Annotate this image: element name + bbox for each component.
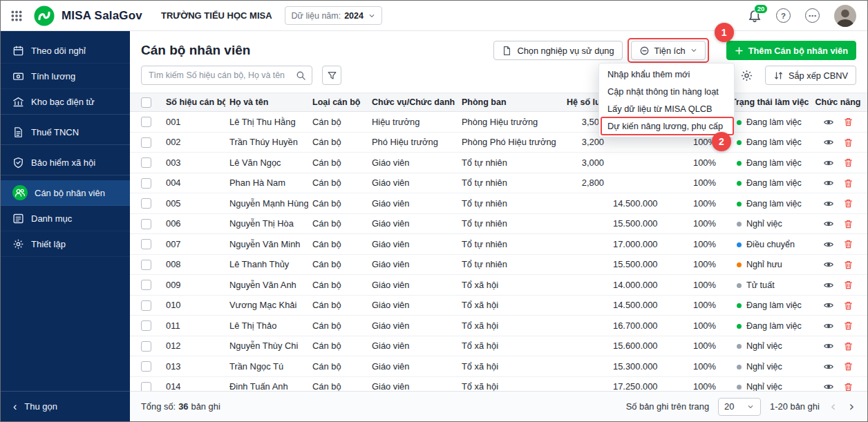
utilities-menu-item[interactable]: Nhập khẩu thêm mới (599, 66, 734, 83)
cell-type: Cán bộ (308, 356, 368, 377)
row-checkbox[interactable] (141, 382, 151, 391)
view-row-button[interactable] (823, 239, 834, 250)
sort-button[interactable]: Sắp xếp CBNV (765, 66, 856, 85)
sidebar-item[interactable]: Tính lương (1, 64, 130, 89)
column-header[interactable]: Phòng ban (457, 93, 563, 112)
money-icon (12, 70, 24, 82)
delete-row-button[interactable] (843, 341, 853, 352)
search-input[interactable] (141, 66, 312, 85)
view-row-button[interactable] (823, 341, 834, 352)
notifications-button[interactable]: 20 (748, 9, 762, 23)
delete-row-button[interactable] (843, 280, 853, 290)
page-size-select[interactable]: 20 (718, 398, 761, 416)
more-button[interactable]: ⋯ (805, 8, 820, 23)
status-dot-icon (737, 283, 742, 288)
page-title: Cán bộ nhân viên (141, 43, 250, 58)
cell-name: Trần Thúy Huyền (225, 132, 308, 153)
row-checkbox[interactable] (141, 300, 151, 311)
utilities-menu-item[interactable]: Cập nhật thông tin hàng loạt (599, 83, 734, 100)
delete-row-button[interactable] (843, 198, 853, 209)
view-row-button[interactable] (823, 361, 834, 372)
view-row-button[interactable] (823, 137, 834, 148)
column-header[interactable]: Chức vụ/Chức danh (368, 93, 457, 112)
cell-type: Cán bộ (308, 316, 368, 336)
row-checkbox[interactable] (141, 341, 151, 352)
treasury-icon (12, 96, 24, 108)
utilities-menu-item[interactable]: Dự kiến nâng lương, phụ cấp (599, 117, 734, 135)
delete-row-button[interactable] (843, 219, 853, 229)
view-row-button[interactable] (823, 280, 834, 291)
delete-row-button[interactable] (843, 117, 853, 127)
next-page-button[interactable]: › (847, 400, 856, 413)
row-checkbox[interactable] (141, 178, 151, 189)
sidebar-item[interactable]: Cán bộ nhân viên (1, 180, 130, 206)
cell-status: Đang làm việc (726, 132, 809, 153)
column-header[interactable]: Chức năng (809, 93, 867, 112)
table-settings-button[interactable] (740, 69, 753, 82)
topbar: MISA SalaGov TRƯỜNG TIỂU HỌC MISA Dữ liệ… (1, 1, 867, 31)
select-all-checkbox[interactable] (141, 97, 151, 108)
view-row-button[interactable] (823, 178, 834, 189)
row-checkbox[interactable] (141, 320, 151, 331)
row-checkbox[interactable] (141, 157, 151, 168)
cell-position: Giáo viên (368, 213, 457, 234)
add-employee-label: Thêm Cán bộ nhân viên (748, 46, 848, 56)
avatar[interactable] (834, 5, 856, 27)
add-employee-button[interactable]: Thêm Cán bộ nhân viên (726, 41, 856, 60)
app-grid-icon[interactable] (10, 10, 23, 22)
delete-row-button[interactable] (843, 137, 853, 148)
delete-row-button[interactable] (843, 239, 853, 249)
sidebar-item[interactable]: Bảo hiểm xã hội (1, 150, 130, 175)
cell-coefficient (563, 316, 609, 336)
sidebar-item[interactable]: Theo dõi nghỉ (1, 38, 130, 64)
cell-actions (809, 153, 867, 173)
delete-row-button[interactable] (843, 260, 853, 270)
delete-row-button[interactable] (843, 157, 853, 168)
status-dot-icon (737, 181, 742, 186)
row-checkbox[interactable] (141, 137, 151, 148)
view-row-button[interactable] (823, 117, 834, 128)
row-checkbox[interactable] (141, 117, 151, 127)
sidebar-item-label: Bảo hiểm xã hội (31, 157, 95, 168)
view-row-button[interactable] (823, 300, 834, 311)
sidebar-collapse-button[interactable]: ‹ Thu gọn (1, 391, 130, 421)
view-row-button[interactable] (823, 381, 834, 391)
sidebar-item[interactable]: Thiết lập (1, 231, 130, 257)
delete-row-button[interactable] (843, 320, 853, 331)
prev-page-button[interactable]: ‹ (829, 400, 838, 413)
delete-row-button[interactable] (843, 361, 853, 372)
row-checkbox[interactable] (141, 219, 151, 229)
choose-business-button[interactable]: Chọn nghiệp vụ sử dụng (493, 41, 622, 60)
status-dot-icon (737, 120, 742, 125)
utilities-button[interactable]: Tiện ích (631, 41, 706, 60)
view-row-button[interactable] (823, 218, 834, 229)
sidebar-item[interactable]: Kho bạc điện tử (1, 89, 130, 115)
cell-percent: 100% (661, 213, 726, 234)
delete-row-button[interactable] (843, 178, 853, 189)
insurance-icon (12, 157, 24, 169)
view-row-button[interactable] (823, 320, 834, 332)
row-checkbox[interactable] (141, 260, 151, 270)
utilities-menu-item[interactable]: Lấy dữ liệu từ MISA QLCB (599, 100, 734, 117)
filter-button[interactable] (322, 66, 341, 85)
sidebar-item[interactable]: Thuế TNCN (1, 119, 130, 145)
column-header[interactable]: Họ và tên (225, 93, 308, 112)
cell-position: Giáo viên (368, 376, 457, 391)
row-checkbox[interactable] (141, 239, 151, 249)
column-header[interactable]: Trạng thái làm việc (726, 93, 809, 112)
search-icon[interactable] (296, 70, 306, 81)
help-button[interactable]: ? (776, 8, 791, 23)
sidebar-item[interactable]: Danh mục (1, 206, 130, 231)
view-row-button[interactable] (823, 259, 834, 270)
view-row-button[interactable] (823, 198, 834, 209)
data-year-select[interactable]: Dữ liệu năm: 2024 (285, 6, 382, 25)
delete-row-button[interactable] (843, 300, 853, 311)
row-checkbox[interactable] (141, 198, 151, 209)
row-checkbox[interactable] (141, 361, 151, 372)
table-row: 007Nguyễn Văn MinhCán bộGiáo viênTổ tự n… (130, 234, 867, 255)
column-header[interactable]: Loại cán bộ (308, 93, 368, 112)
view-row-button[interactable] (823, 157, 834, 169)
row-checkbox[interactable] (141, 280, 151, 290)
delete-row-button[interactable] (843, 382, 853, 391)
column-header[interactable]: Số hiệu cán bộ (162, 93, 225, 112)
